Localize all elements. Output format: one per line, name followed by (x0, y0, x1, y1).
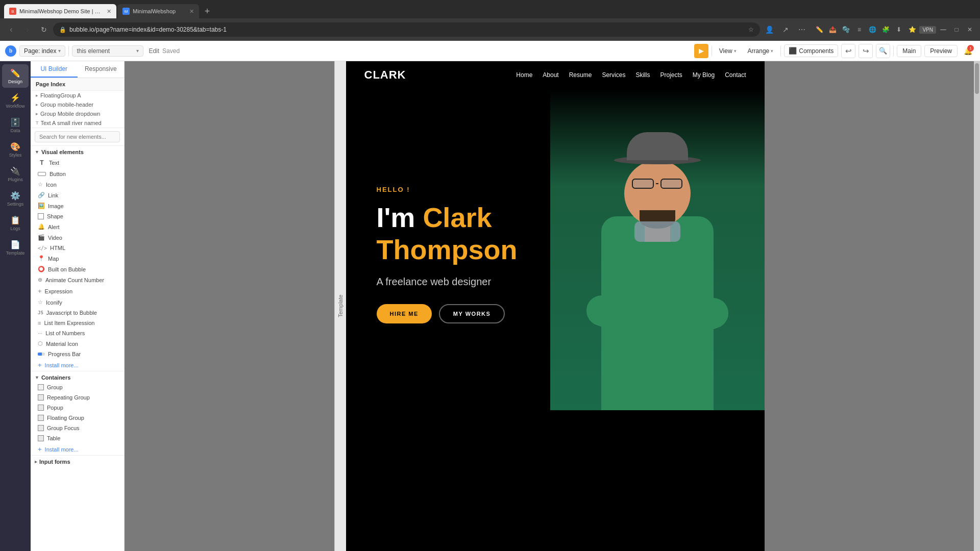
video-el-icon: 🎬 (38, 234, 45, 241)
globe-icon[interactable]: 🌐 (866, 23, 878, 36)
element-html[interactable]: </> HTML (31, 243, 124, 253)
element-floating-group[interactable]: Floating Group (31, 413, 124, 423)
element-iconify[interactable]: ☆ Iconify (31, 297, 124, 308)
nav-projects[interactable]: Projects (660, 71, 682, 79)
rail-item-settings[interactable]: ⚙️ Settings (2, 187, 29, 210)
element-progress-bar[interactable]: Progress Bar (31, 349, 124, 359)
element-js-bubble[interactable]: JS Javascript to Bubble (31, 308, 124, 318)
element-icon[interactable]: ☆ Icon (31, 179, 124, 190)
export-icon[interactable]: 📤 (826, 23, 839, 36)
element-material-icon[interactable]: ⬡ Material Icon (31, 338, 124, 349)
arrange-btn[interactable]: Arrange ▾ (744, 45, 778, 57)
minimize-btn[interactable]: ─ (937, 23, 949, 36)
right-scrollbar[interactable] (974, 61, 980, 551)
maximize-btn[interactable]: □ (950, 23, 963, 36)
element-table[interactable]: Table (31, 433, 124, 443)
redo-btn[interactable]: ↪ (859, 44, 873, 58)
run-button[interactable]: ▶ (694, 44, 708, 58)
bubble-logo[interactable]: b (5, 45, 16, 57)
element-list-item-expr[interactable]: ≡ List Item Expression (31, 318, 124, 328)
rail-item-workflow[interactable]: ⚡ Workflow (2, 89, 29, 112)
nav-services[interactable]: Services (602, 71, 625, 79)
back-button[interactable]: ‹ (4, 22, 18, 37)
tree-item-mobile-dropdown[interactable]: ▸ Group Mobile dropdown (31, 109, 124, 118)
element-popup[interactable]: Popup (31, 403, 124, 413)
download-icon[interactable]: ⬇ (893, 23, 905, 36)
element-repeating-group[interactable]: Repeating Group (31, 392, 124, 403)
preview-btn[interactable]: Preview (924, 45, 958, 57)
element-selector[interactable]: this element ▾ (72, 45, 143, 57)
nav-resume[interactable]: Resume (569, 71, 592, 79)
tree-item-mobile-header[interactable]: ▸ Group mobile-header (31, 100, 124, 109)
element-expression[interactable]: + Expression (31, 285, 124, 297)
tab-ui-builder[interactable]: UI Builder (31, 61, 78, 78)
forward-button[interactable]: › (20, 22, 35, 37)
tab2-close[interactable]: ✕ (189, 8, 194, 15)
notification-btn[interactable]: 🔔 1 (961, 44, 975, 58)
run-icon: ▶ (699, 47, 704, 55)
canvas-scroll[interactable]: Template CLARK Home About Resume Service… (125, 61, 974, 551)
rail-item-template[interactable]: 📄 Template (2, 236, 29, 259)
extension-icon[interactable]: 🧩 (879, 23, 892, 36)
element-button[interactable]: Button (31, 169, 124, 179)
components-btn[interactable]: ⬛ Components (784, 44, 838, 57)
profile-icon[interactable]: 👤 (762, 22, 776, 37)
reload-button[interactable]: ↻ (37, 22, 51, 37)
nav-about[interactable]: About (543, 71, 558, 79)
install-more-1[interactable]: + Install more... (31, 359, 124, 371)
element-group[interactable]: Group (31, 382, 124, 392)
list-icon[interactable]: ≡ (853, 23, 865, 36)
rail-item-styles[interactable]: 🎨 Styles (2, 138, 29, 161)
pencil-icon[interactable]: ✏️ (813, 23, 825, 36)
browser-tab-2[interactable]: M MinimalWebshop ✕ (117, 4, 199, 18)
rail-item-design[interactable]: ✏️ Design (2, 64, 29, 88)
table-icon (38, 435, 44, 441)
nav-skills[interactable]: Skills (635, 71, 650, 79)
browser-toolbar: ‹ › ↻ 🔒 bubble.io/page?name=index&id=dem… (0, 18, 980, 41)
more-tools-icon[interactable]: ⋯ (795, 22, 809, 37)
share-icon[interactable]: ↗ (778, 22, 793, 37)
install-more-2[interactable]: + Install more... (31, 443, 124, 455)
input-forms-header[interactable]: ▸ Input forms (31, 456, 124, 466)
undo-btn[interactable]: ↩ (841, 44, 855, 58)
my-works-btn[interactable]: MY WORKS (439, 304, 505, 323)
element-text[interactable]: T Text (31, 157, 124, 169)
search-input[interactable] (35, 131, 120, 142)
containers-header[interactable]: ▼ Containers (31, 371, 124, 382)
tab1-close[interactable]: ✕ (107, 8, 111, 15)
tree-item-floating[interactable]: ▸ FloatingGroup A (31, 91, 124, 100)
nav-contact[interactable]: Contact (725, 71, 746, 79)
search-btn[interactable]: 🔍 (876, 44, 890, 58)
nav-home[interactable]: Home (516, 71, 532, 79)
rail-item-logs[interactable]: 📋 Logs (2, 211, 29, 235)
view-btn[interactable]: View ▾ (715, 45, 741, 57)
main-btn[interactable]: Main (897, 45, 921, 57)
page-selector[interactable]: Page: index ▾ (19, 45, 65, 57)
address-bar[interactable]: 🔒 bubble.io/page?name=index&id=demo-3028… (53, 22, 760, 37)
tab-responsive[interactable]: Responsive (78, 61, 125, 78)
tab1-favicon: B (9, 8, 16, 15)
element-video[interactable]: 🎬 Video (31, 232, 124, 243)
new-tab-button[interactable]: + (200, 4, 214, 18)
tree-item-text[interactable]: T Text A small river named (31, 118, 124, 128)
visual-elements-header[interactable]: ▼ Visual elements (31, 146, 124, 157)
element-alert[interactable]: 🔔 Alert (31, 221, 124, 232)
browser-tab-1[interactable]: B MinimalWebshop Demo Site | Bu... ✕ (4, 4, 116, 18)
rail-item-plugins[interactable]: 🔌 Plugins (2, 162, 29, 186)
element-built-bubble[interactable]: ⭕ Built on Bubble (31, 264, 124, 274)
vpn-label[interactable]: VPN (919, 26, 936, 34)
rail-item-data[interactable]: 🗄️ Data (2, 113, 29, 137)
element-group-focus[interactable]: Group Focus (31, 423, 124, 433)
element-image[interactable]: 🖼️ Image (31, 201, 124, 211)
bookmark-icon[interactable]: ☆ (748, 26, 754, 33)
close-btn[interactable]: ✕ (964, 23, 976, 36)
element-shape[interactable]: Shape (31, 211, 124, 221)
nav-blog[interactable]: My Blog (693, 71, 715, 79)
element-list-numbers[interactable]: ··· List of Numbers (31, 328, 124, 338)
element-animate-count[interactable]: ⊕ Animate Count Number (31, 274, 124, 285)
element-map[interactable]: 📍 Map (31, 253, 124, 264)
hire-me-btn[interactable]: HIRE ME (377, 304, 432, 323)
bookmark-list-icon[interactable]: ⭐ (906, 23, 918, 36)
element-link[interactable]: 🔗 Link (31, 190, 124, 201)
bubble-icon[interactable]: 🫧 (840, 23, 852, 36)
